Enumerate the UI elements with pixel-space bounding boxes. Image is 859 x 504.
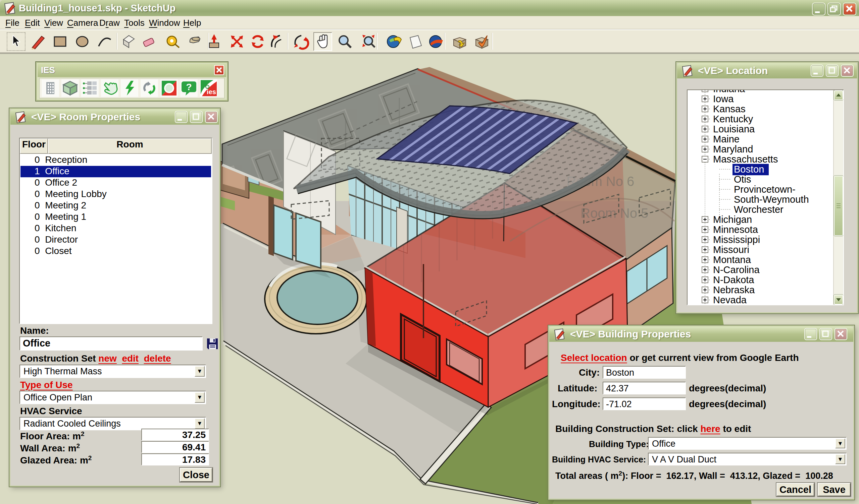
- svg-text:Montana: Montana: [713, 254, 751, 265]
- svg-text:Otis: Otis: [734, 174, 751, 185]
- svg-text:Mississippi: Mississippi: [713, 234, 760, 245]
- svg-text:Kansas: Kansas: [713, 104, 745, 114]
- svg-text:?: ?: [186, 82, 192, 92]
- svg-text:Worchester: Worchester: [734, 204, 784, 215]
- svg-text:South-Weymouth: South-Weymouth: [734, 194, 809, 205]
- svg-text:Massachusetts: Massachusetts: [713, 154, 778, 164]
- svg-text:Room No 5: Room No 5: [581, 206, 648, 221]
- svg-text:Maryland: Maryland: [713, 144, 753, 155]
- svg-text:Minnesota: Minnesota: [713, 224, 758, 235]
- svg-text:N-Dakota: N-Dakota: [713, 274, 754, 285]
- svg-text:Maine: Maine: [713, 134, 740, 144]
- svg-text:Nebraska: Nebraska: [713, 284, 755, 295]
- svg-text:Provincetown-: Provincetown-: [734, 184, 796, 195]
- svg-text:Michigan: Michigan: [713, 214, 752, 225]
- svg-text:Louisiana: Louisiana: [713, 124, 755, 135]
- svg-text:Kentucky: Kentucky: [713, 114, 753, 124]
- svg-text:Missouri: Missouri: [713, 244, 749, 255]
- svg-text:Nevada: Nevada: [713, 295, 747, 304]
- svg-text:ies: ies: [207, 88, 216, 95]
- svg-text:Iowa: Iowa: [713, 94, 734, 104]
- svg-text:N-Carolina: N-Carolina: [713, 264, 760, 275]
- svg-text:Boston: Boston: [734, 164, 764, 175]
